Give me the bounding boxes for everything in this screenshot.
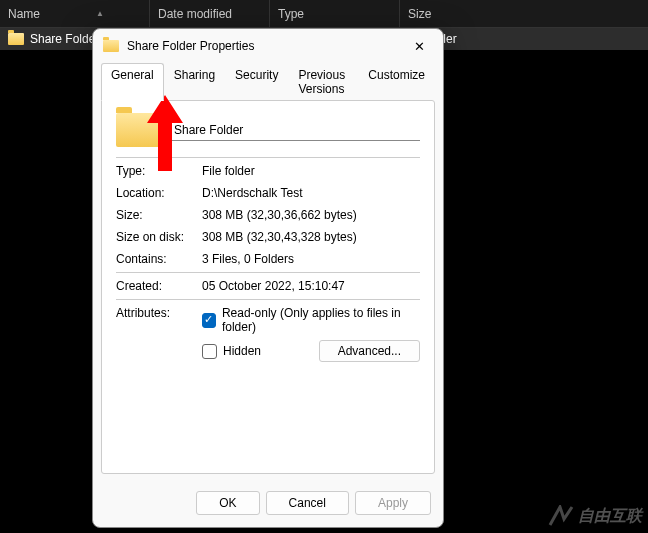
file-name: Share Folder [30, 32, 99, 46]
divider [116, 272, 420, 273]
column-header-type[interactable]: Type [270, 0, 400, 27]
tab-strip: General Sharing Security Previous Versio… [93, 63, 443, 101]
checkbox-hidden[interactable] [202, 344, 217, 359]
window-title: Share Folder Properties [127, 39, 405, 53]
tab-general[interactable]: General [101, 63, 164, 101]
value-size-on-disk: 308 MB (32,30,43,328 bytes) [202, 230, 420, 244]
column-header-date[interactable]: Date modified [125, 0, 270, 27]
close-button[interactable]: ✕ [405, 32, 433, 60]
tab-security[interactable]: Security [225, 63, 288, 101]
value-location: D:\Nerdschalk Test [202, 186, 420, 200]
value-type: File folder [202, 164, 420, 178]
column-header-size[interactable]: Size [400, 0, 648, 27]
label-location: Location: [116, 186, 196, 200]
hidden-label: Hidden [223, 344, 261, 358]
sort-indicator-icon: ▲ [96, 9, 104, 18]
tab-customize[interactable]: Customize [358, 63, 435, 101]
dialog-button-row: OK Cancel Apply [93, 483, 443, 527]
titlebar[interactable]: Share Folder Properties ✕ [93, 29, 443, 63]
value-created: 05 October 2022, 15:10:47 [202, 279, 420, 293]
divider [116, 299, 420, 300]
tab-previous-versions[interactable]: Previous Versions [288, 63, 358, 101]
tab-sharing[interactable]: Sharing [164, 63, 225, 101]
label-type: Type: [116, 164, 196, 178]
label-attributes: Attributes: [116, 306, 196, 368]
ok-button[interactable]: OK [196, 491, 259, 515]
folder-icon [8, 33, 24, 45]
label-contains: Contains: [116, 252, 196, 266]
folder-icon [103, 40, 119, 52]
checkbox-readonly[interactable] [202, 313, 216, 328]
apply-button[interactable]: Apply [355, 491, 431, 515]
value-size: 308 MB (32,30,36,662 bytes) [202, 208, 420, 222]
label-size-on-disk: Size on disk: [116, 230, 196, 244]
properties-dialog: Share Folder Properties ✕ General Sharin… [92, 28, 444, 528]
column-label: Name [8, 7, 40, 21]
tab-panel-general: Type: File folder Location: D:\Nerdschal… [101, 100, 435, 474]
label-size: Size: [116, 208, 196, 222]
label-created: Created: [116, 279, 196, 293]
watermark: 自由互联 [548, 505, 642, 527]
divider [116, 157, 420, 158]
advanced-button[interactable]: Advanced... [319, 340, 420, 362]
folder-icon [116, 113, 160, 147]
value-contains: 3 Files, 0 Folders [202, 252, 420, 266]
cancel-button[interactable]: Cancel [266, 491, 349, 515]
folder-name-input[interactable] [172, 120, 420, 141]
readonly-label: Read-only (Only applies to files in fold… [222, 306, 420, 334]
explorer-column-header: Name ▲ Date modified Type Size [0, 0, 648, 28]
